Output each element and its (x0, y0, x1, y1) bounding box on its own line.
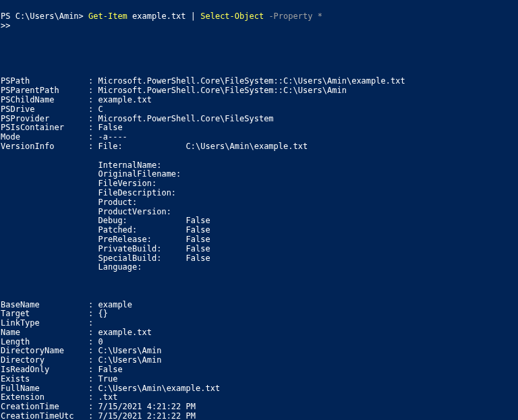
versioninfo-subrow: ProductVersion: (1, 208, 518, 217)
property-list-2: BaseName : exampleTarget : {}LinkType : … (1, 301, 518, 421)
versioninfo-subrow: FileDescription: (1, 189, 518, 198)
versioninfo-subrow: Debug: False (1, 216, 518, 226)
property-row: DirectoryName : C:\Users\Amin (1, 347, 518, 356)
blank-line (1, 282, 518, 291)
versioninfo-multiline: InternalName: OriginalFilename: FileVers… (1, 161, 518, 273)
property-row: PSDrive : C (1, 105, 518, 115)
continuation-prompt: >> (1, 22, 518, 31)
property-row: Exists : True (1, 375, 518, 384)
property-row: IsReadOnly : False (1, 365, 518, 375)
blank-line (1, 40, 518, 49)
property-row: Mode : -a---- (1, 133, 518, 142)
property-row: Target : {} (1, 309, 518, 319)
property-row: BaseName : example (1, 301, 518, 310)
property-row: Length : 0 (1, 338, 518, 347)
blank-line (1, 59, 518, 68)
versioninfo-subrow: Patched: False (1, 226, 518, 235)
versioninfo-subrow: PrivateBuild: False (1, 245, 518, 254)
cmdlet-get-item: Get-Item (88, 11, 132, 21)
versioninfo-subrow: PreRelease: False (1, 235, 518, 245)
versioninfo-subrow: SpecialBuild: False (1, 254, 518, 264)
property-row: Name : example.txt (1, 328, 518, 338)
versioninfo-subrow: FileVersion: (1, 179, 518, 189)
prompt-prefix: PS C:\Users\Amin> (1, 11, 88, 21)
cmdlet-select-object: Select-Object (200, 11, 268, 21)
versioninfo-subrow: OriginalFilename: (1, 170, 518, 179)
cmd-arg: example.txt (132, 11, 191, 21)
property-row: PSPath : Microsoft.PowerShell.Core\FileS… (1, 77, 518, 86)
prompt-line: PS C:\Users\Amin> Get-Item example.txt |… (1, 11, 322, 21)
property-row: Extension : .txt (1, 393, 518, 402)
property-row: CreationTime : 7/15/2021 4:21:22 PM (1, 402, 518, 412)
property-row: PSParentPath : Microsoft.PowerShell.Core… (1, 86, 518, 96)
property-row: VersionInfo : File: C:\Users\Amin\exampl… (1, 142, 518, 152)
powershell-terminal[interactable]: PS C:\Users\Amin> Get-Item example.txt |… (0, 0, 518, 420)
property-row: PSChildName : example.txt (1, 96, 518, 105)
property-row: FullName : C:\Users\Amin\example.txt (1, 384, 518, 394)
versioninfo-subrow: Product: (1, 198, 518, 208)
property-row: PSIsContainer : False (1, 123, 518, 133)
versioninfo-subrow: Language: (1, 263, 518, 272)
pipe-char: | (191, 11, 200, 21)
property-row: CreationTimeUtc : 7/15/2021 2:21:22 PM (1, 412, 518, 420)
property-row: Directory : C:\Users\Amin (1, 356, 518, 365)
cmd-param: -Property * (268, 11, 322, 21)
property-row: PSProvider : Microsoft.PowerShell.Core\F… (1, 115, 518, 124)
versioninfo-subrow: InternalName: (1, 161, 518, 171)
property-list-1: PSPath : Microsoft.PowerShell.Core\FileS… (1, 77, 518, 151)
property-row: LinkType : (1, 319, 518, 328)
